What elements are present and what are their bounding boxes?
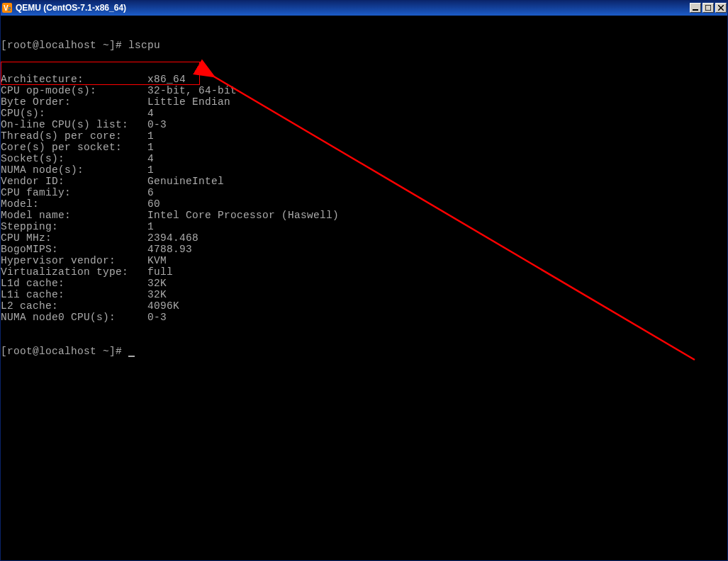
terminal-line: CPU MHz: 2394.468 bbox=[1, 232, 727, 244]
terminal-line: NUMA node0 CPU(s): 0-3 bbox=[1, 312, 727, 323]
close-button[interactable] bbox=[715, 3, 727, 13]
terminal-line: CPU family: 6 bbox=[1, 187, 727, 198]
terminal-line: Model name: Intel Core Processor (Haswel… bbox=[1, 210, 727, 221]
svg-text:2: 2 bbox=[8, 6, 11, 12]
cursor-icon bbox=[128, 356, 135, 357]
window-title: QEMU (CentOS-7.1-x86_64) bbox=[16, 3, 690, 13]
terminal-line: [root@localhost ~]# lscpu bbox=[1, 40, 727, 51]
terminal-line: NUMA node(s): 1 bbox=[1, 164, 727, 176]
terminal-line: L1d cache: 32K bbox=[1, 278, 727, 289]
terminal-line: L1i cache: 32K bbox=[1, 289, 727, 300]
window-controls bbox=[690, 3, 727, 13]
terminal-line: Core(s) per socket: 1 bbox=[1, 142, 727, 153]
terminal-line: On-line CPU(s) list: 0-3 bbox=[1, 119, 727, 130]
terminal-line: BogoMIPS: 4788.93 bbox=[1, 244, 727, 255]
terminal-line: L2 cache: 4096K bbox=[1, 300, 727, 312]
minimize-button[interactable] bbox=[690, 3, 701, 13]
terminal-line: Socket(s): 4 bbox=[1, 153, 727, 164]
titlebar[interactable]: V 2 QEMU (CentOS-7.1-x86_64) bbox=[0, 0, 728, 16]
terminal-line: Virtualization type: full bbox=[1, 266, 727, 278]
svg-rect-4 bbox=[705, 5, 711, 11]
terminal-output[interactable]: [root@localhost ~]# lscpu Architecture: … bbox=[1, 16, 727, 560]
terminal-line: Thread(s) per core: 1 bbox=[1, 130, 727, 142]
app-icon: V 2 bbox=[1, 2, 13, 13]
terminal-line: Hypervisor vendor: KVM bbox=[1, 255, 727, 266]
terminal-line: Model: 60 bbox=[1, 198, 727, 210]
terminal-line: Byte Order: Little Endian bbox=[1, 96, 727, 108]
terminal-line: Architecture: x86_64 bbox=[1, 74, 727, 85]
terminal-line: CPU(s): 4 bbox=[1, 108, 727, 119]
maximize-button[interactable] bbox=[702, 3, 714, 13]
terminal-line: Stepping: 1 bbox=[1, 221, 727, 232]
terminal-prompt: [root@localhost ~]# bbox=[1, 346, 727, 357]
terminal-line: CPU op-mode(s): 32-bit, 64-bit bbox=[1, 85, 727, 96]
svg-rect-3 bbox=[693, 9, 698, 11]
terminal-line: Vendor ID: GenuineIntel bbox=[1, 176, 727, 187]
